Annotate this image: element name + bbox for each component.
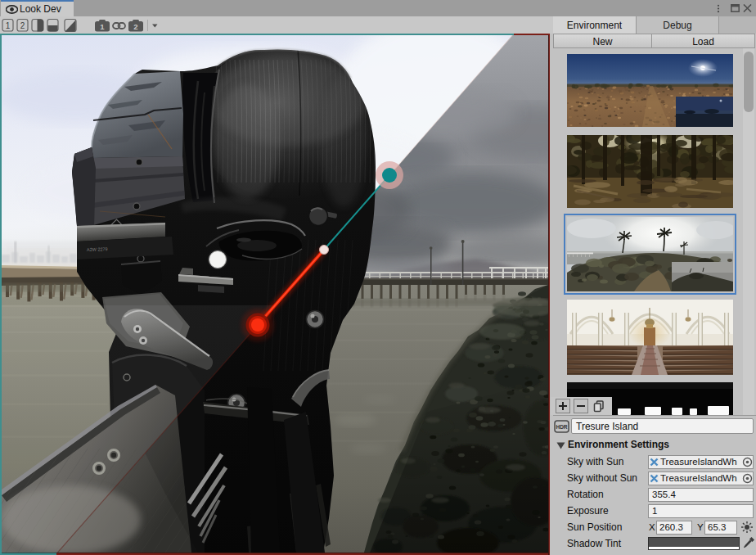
svg-text:HDR: HDR xyxy=(556,424,567,430)
svg-text:A2W 2279: A2W 2279 xyxy=(87,246,108,252)
svg-text:1: 1 xyxy=(100,22,105,31)
svg-text:2: 2 xyxy=(133,22,137,31)
svg-text:1: 1 xyxy=(6,21,11,30)
svg-text:2: 2 xyxy=(20,21,25,30)
